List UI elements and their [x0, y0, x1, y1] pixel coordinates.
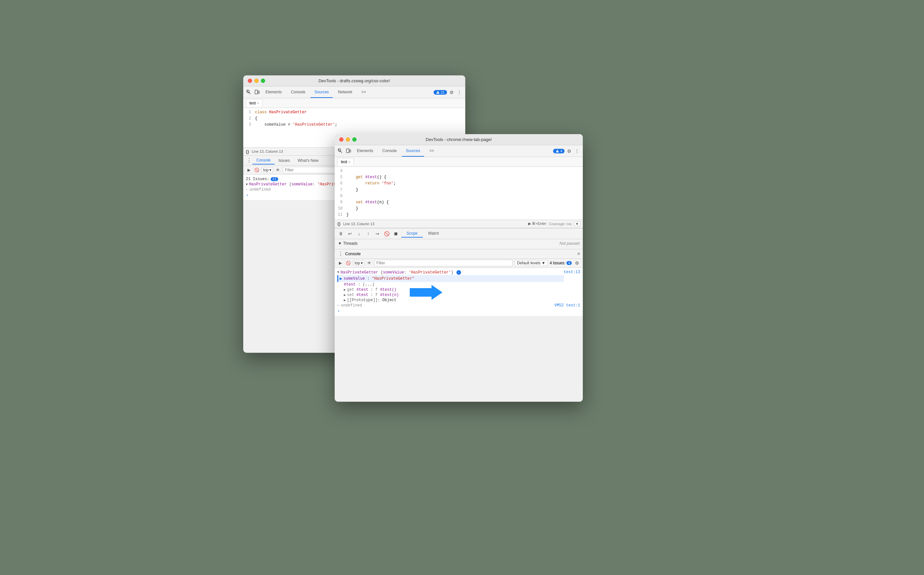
settings-icon-console-front[interactable]: ⚙ — [574, 260, 580, 266]
svg-rect-7 — [349, 150, 351, 152]
close-button-front[interactable] — [339, 137, 344, 141]
file-tab-close-back[interactable]: × — [257, 102, 259, 105]
console-panel-label: Console — [345, 251, 361, 256]
threads-section: ▼ Threads Not paused — [335, 239, 583, 249]
code-line-9: 9 set #test(n) { — [335, 199, 583, 206]
step-btn[interactable]: ⇒ — [374, 230, 381, 237]
tab-more-back[interactable]: >> — [358, 86, 370, 98]
status-bar-front: {} Line 13, Column 13 ▶ ⌘+Enter Coverage… — [335, 220, 583, 228]
more-icon-front[interactable]: ⋮ — [574, 148, 580, 154]
block-icon-front[interactable]: 🚫 — [345, 260, 351, 266]
deactivate-btn[interactable]: 🚫 — [383, 230, 390, 237]
traffic-lights-front — [339, 137, 356, 141]
selected-row: ▶ someValue : "HasPrivateGetter" — [337, 275, 564, 282]
obj-row-front[interactable]: ▼ HasPrivateGetter {someValue: 'HasPriva… — [337, 270, 580, 303]
top-selector-back[interactable]: top ▾ — [262, 167, 273, 173]
block-icon-back[interactable]: 🚫 — [254, 167, 259, 173]
debugger-panel: ⏸ ↩ ↓ ↑ ⇒ 🚫 ⏹ Scope Watch ▼ Threads Not … — [335, 228, 583, 249]
issues-badge-toolbar-front[interactable]: ! 4 — [553, 149, 565, 153]
code-line-4: 4 — [335, 168, 583, 174]
watch-tab[interactable]: Watch — [423, 230, 444, 238]
file-tab-close-front[interactable]: × — [348, 160, 350, 164]
code-line-10: 10 } — [335, 206, 583, 212]
inspect-icon-front[interactable] — [337, 148, 344, 154]
close-console-btn[interactable]: × — [577, 251, 580, 257]
source-ref-link[interactable]: test:13 — [564, 270, 580, 275]
threads-header[interactable]: ▼ Threads Not paused — [338, 241, 579, 246]
traffic-lights-back — [248, 79, 265, 83]
code-line-7: 7 } — [335, 187, 583, 193]
arrow — [410, 284, 442, 302]
eye-icon-front[interactable]: 👁 — [366, 260, 372, 266]
step-into-btn[interactable]: ↓ — [356, 230, 363, 237]
tab-more-front[interactable]: >> — [425, 145, 438, 157]
console-more-icon-back[interactable]: ⋮ — [246, 157, 252, 164]
code-line-8: 8 — [335, 193, 583, 199]
prompt-row-front[interactable]: › — [337, 308, 580, 314]
pretty-print-icon-back[interactable]: {} — [246, 149, 249, 154]
play-icon-back[interactable]: ▶ — [246, 167, 252, 173]
settings-icon-front[interactable]: ⚙ — [566, 148, 573, 154]
maximize-button-front[interactable] — [352, 137, 356, 141]
device-icon[interactable] — [254, 89, 260, 95]
step-out-btn[interactable]: ↑ — [365, 230, 372, 237]
window-title-front: DevTools - chrome://new-tab-page/ — [426, 137, 492, 142]
svg-marker-4 — [410, 285, 442, 300]
device-icon-front[interactable] — [345, 148, 351, 154]
stop-btn[interactable]: ⏹ — [392, 230, 399, 237]
badge-count-front: 4 — [560, 149, 562, 153]
pretty-print-icon-front[interactable]: {} — [337, 221, 340, 226]
console-tab-back[interactable]: Console — [252, 157, 275, 164]
status-text-front: Line 13, Column 13 — [343, 222, 374, 226]
svg-text:!: ! — [437, 91, 438, 94]
issues-icon-badge-back: 21 — [271, 177, 278, 181]
default-levels-selector[interactable]: Default levels ▼ — [515, 260, 547, 266]
issues-tab-back[interactable]: Issues — [275, 157, 294, 164]
window-title-back: DevTools - drafts.csswg.org/css-color/ — [319, 78, 390, 83]
code-line-3: 3 someValue = 'HasPrivateGetter'; — [243, 122, 465, 128]
devtools-window-front: DevTools - chrome://new-tab-page/ Elemen… — [335, 134, 583, 402]
inspect-icon[interactable] — [246, 89, 252, 95]
file-tab-name-front: test — [341, 160, 347, 164]
whatsnew-tab-back[interactable]: What's New — [294, 157, 323, 164]
step-over-btn[interactable]: ↩ — [347, 230, 354, 237]
eye-icon-back[interactable]: 👁 — [275, 167, 281, 173]
minimize-button-back[interactable] — [254, 79, 259, 83]
scope-tab[interactable]: Scope — [401, 230, 423, 238]
tab-console-back[interactable]: Console — [287, 86, 309, 98]
minimize-button-front[interactable] — [346, 137, 350, 141]
undefined-row-front: ← undefined VM52 test:1 — [337, 303, 580, 308]
tab-elements-front[interactable]: Elements — [353, 145, 377, 157]
console-panel-header: ⋮ Console × — [335, 249, 583, 259]
selected-arrow-icon: ▶ — [340, 276, 342, 281]
file-tab-back[interactable]: test × — [246, 99, 262, 107]
status-text-back: Line 13, Column 13 — [252, 149, 283, 153]
tab-sources-front[interactable]: Sources — [402, 145, 424, 157]
code-line-2: 2 { — [243, 116, 465, 122]
file-tab-front[interactable]: test × — [337, 158, 354, 165]
titlebar-back: DevTools - drafts.csswg.org/css-color/ — [243, 75, 465, 86]
debugger-toolbar: ⏸ ↩ ↓ ↑ ⇒ 🚫 ⏹ Scope Watch — [335, 229, 583, 239]
play-icon-front[interactable]: ▶ — [337, 260, 343, 266]
issues-icon-front: 4 — [566, 261, 572, 265]
maximize-button-back[interactable] — [261, 79, 265, 83]
settings-icon-back[interactable]: ⚙ — [448, 89, 455, 95]
debug-tabs: Scope Watch — [401, 230, 444, 238]
svg-rect-6 — [347, 149, 349, 153]
tab-elements-back[interactable]: Elements — [262, 86, 286, 98]
tab-network-back[interactable]: Network — [334, 86, 356, 98]
pause-btn[interactable]: ⏸ — [337, 230, 345, 237]
issues-badge-toolbar-back[interactable]: ! 21 — [434, 90, 447, 95]
run-btn-front[interactable]: ▶ ⌘+Enter — [528, 222, 546, 226]
filter-input-front[interactable] — [374, 260, 513, 266]
tab-console-front[interactable]: Console — [379, 145, 401, 157]
close-button-back[interactable] — [248, 79, 252, 83]
badge-count-back: 21 — [441, 91, 445, 94]
top-selector-front[interactable]: top ▾ — [353, 260, 364, 266]
tab-sources-back[interactable]: Sources — [310, 86, 333, 98]
code-line-5: 5 get #test() { — [335, 174, 583, 181]
console-dots-icon[interactable]: ⋮ — [337, 251, 344, 257]
vm-ref-link[interactable]: VM52 test:1 — [554, 303, 580, 308]
more-icon-back[interactable]: ⋮ — [456, 89, 463, 95]
issues-label-front: 4 Issues: 4 — [550, 261, 572, 265]
